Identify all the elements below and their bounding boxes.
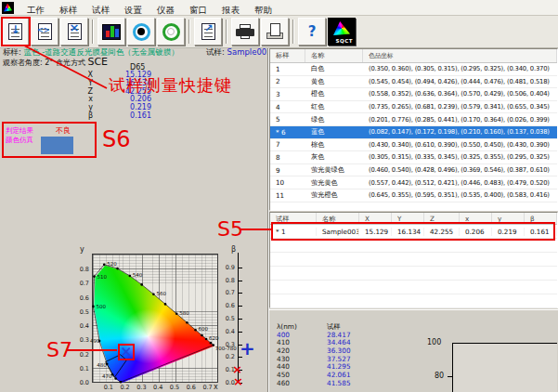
standard-id: 2 [270, 77, 305, 85]
export-data-button[interactable]: ↗ [194, 18, 222, 46]
spec-ytick-100: 100 [427, 338, 441, 346]
table-row[interactable]: 10萤光黄色(0.557, 0.442), (0.512, 0.421), (0… [270, 176, 557, 189]
empty-row[interactable] [270, 294, 557, 308]
y-tick-label: 0.8 [74, 266, 89, 273]
wavelength-label: 490 [90, 338, 100, 344]
standard-coords: (0.430, 0.340), (0.610, 0.390), (0.550, … [363, 141, 557, 149]
observer-line: 观察者角度: 2° 含光方式 SCE [3, 56, 108, 68]
value-number: 0.161 [93, 112, 151, 121]
y-tick-label: 0.6 [74, 294, 89, 302]
view-switch-button[interactable]: <> [31, 18, 58, 46]
wavelength-label: 620 [209, 335, 219, 341]
black-calibration-button[interactable] [127, 18, 155, 46]
spectral-chart [452, 343, 557, 392]
locus-dot [201, 334, 203, 337]
table-row[interactable]: 8灰色(0.305, 0.315), (0.335, 0.345), (0.32… [270, 151, 557, 164]
black-calibration-icon [133, 23, 150, 41]
locus-dot [175, 312, 178, 315]
table-row[interactable]: 9萤光黄绿色(0.460, 0.540), (0.428, 0.496), (0… [270, 164, 557, 177]
judgement-result-value: 不良 [56, 125, 71, 136]
value-row: y0.219 [0, 104, 151, 112]
sample-info-line: 试样: Sample003 [206, 47, 272, 59]
standards-table: 标样名称色品坐标 1白色(0.350, 0.360), (0.305, 0.31… [269, 48, 558, 211]
s6-annotation: S6 [102, 126, 131, 152]
spectral-locus-outline [93, 265, 213, 382]
bar-chart-icon [102, 24, 121, 40]
color-simulation-label: 颜色仿真 [6, 136, 33, 145]
print-preview-icon [266, 23, 283, 40]
menu-item[interactable]: 仪器 [149, 5, 182, 15]
print-button[interactable] [231, 18, 259, 46]
wavelength-label: 510 [97, 274, 107, 280]
white-calibration-button[interactable] [157, 18, 185, 46]
table-row[interactable]: 11萤光橙色(0.645, 0.355), (0.595, 0.351), (0… [270, 189, 557, 203]
standards-column-header: 名称 [305, 49, 363, 62]
menu-item[interactable]: 帮助 [247, 5, 279, 15]
beta-tick [239, 319, 242, 320]
spectral-list: λ(nm) 试样 40028.41741034.46442036.3004303… [277, 323, 373, 388]
standard-id: 8 [270, 153, 305, 162]
print-preview-button[interactable] [261, 18, 289, 46]
table-row[interactable]: 1白色(0.350, 0.360), (0.305, 0.315), (0.29… [270, 63, 557, 76]
table-row[interactable]: 2黄色(0.545, 0.454), (0.494, 0.426), (0.44… [270, 76, 557, 89]
beta-tick [239, 281, 242, 281]
locus-dot [92, 306, 95, 308]
wavelength-label: 500 [96, 304, 106, 309]
white-calibration-icon [162, 23, 180, 41]
sqct-logo-button[interactable]: SQCT [328, 18, 356, 46]
beta-tick [239, 306, 242, 307]
locus-dot [164, 303, 167, 306]
empty-row[interactable] [270, 239, 557, 253]
locus-dot [194, 329, 197, 332]
empty-row[interactable] [270, 281, 557, 294]
judgement-result-label: 判定结果 [6, 126, 33, 136]
menu-item[interactable]: 工作 [19, 5, 52, 15]
table-row[interactable]: 7棕色(0.430, 0.340), (0.610, 0.390), (0.55… [270, 139, 557, 152]
help-icon: ? [308, 23, 317, 40]
export-icon: ↗ [201, 23, 215, 40]
spectral-panel: λ(nm) 试样 40028.41741034.46442036.3004303… [269, 309, 558, 392]
standard-coords: (0.082, 0.147), (0.172, 0.198), (0.210, … [363, 128, 557, 136]
beta-tick-label: 0.9 [219, 264, 235, 271]
standard-coords: (0.735, 0.265), (0.681, 0.239), (0.579, … [363, 103, 557, 111]
standard-coords: (0.305, 0.315), (0.335, 0.345), (0.325, … [363, 153, 557, 161]
color-simulation-swatch [41, 137, 73, 154]
y-tick-label: 0.7 [74, 280, 89, 287]
table-row[interactable]: 4红色(0.735, 0.265), (0.681, 0.239), (0.57… [270, 101, 557, 114]
color-chart-button[interactable] [97, 18, 125, 46]
spectral-row: 44041.295 [277, 363, 373, 372]
help-button[interactable]: ? [298, 18, 326, 46]
standard-coords: (0.645, 0.355), (0.595, 0.351), (0.535, … [363, 191, 557, 199]
printer-icon [236, 24, 254, 39]
table-row[interactable]: 5绿色(0.201, 0.776), (0.285, 0.441), (0.17… [270, 113, 557, 126]
standard-name: 绿色 [305, 115, 363, 124]
locus-dot [152, 293, 155, 295]
sample-label: 试样: [206, 47, 225, 57]
toolbar-separator [92, 20, 94, 44]
locus-dot [114, 377, 117, 380]
standards-table-header: 标样名称色品坐标 [270, 49, 557, 63]
menu-item[interactable]: 试样 [84, 5, 117, 15]
app-logo-icon [2, 2, 14, 14]
wavelength-label: 480 [97, 362, 107, 368]
menu-item[interactable]: 标样 [52, 5, 84, 15]
standard-name: 棕色 [305, 140, 363, 150]
menu-items: 工作标样试样设置仪器窗口报表帮助 [19, 0, 279, 17]
x-axis-label: x [214, 383, 218, 391]
empty-row[interactable] [270, 253, 557, 267]
sample-name: Sample003 [227, 47, 272, 57]
value-label: y [0, 104, 93, 112]
menu-item[interactable]: 报表 [214, 5, 247, 15]
empty-row[interactable] [270, 267, 557, 281]
menu-item[interactable]: 设置 [117, 5, 149, 15]
table-row[interactable]: * 6蓝色(0.082, 0.147), (0.172, 0.198), (0.… [270, 126, 557, 139]
beta-tick-label: 0.2 [219, 353, 235, 360]
table-row[interactable]: 3橙色(0.558, 0.352), (0.636, 0.364), (0.57… [270, 88, 557, 101]
menu-item[interactable]: 窗口 [182, 5, 214, 15]
chromaticity-overlay: 510500490480470520540560580600620700-780 [92, 254, 218, 383]
locus-dot [205, 338, 208, 341]
standard-name: 红色 [305, 102, 363, 111]
locus-dot [103, 264, 106, 267]
delete-record-button[interactable]: × [60, 18, 88, 46]
standard-id: 1 [270, 65, 305, 73]
